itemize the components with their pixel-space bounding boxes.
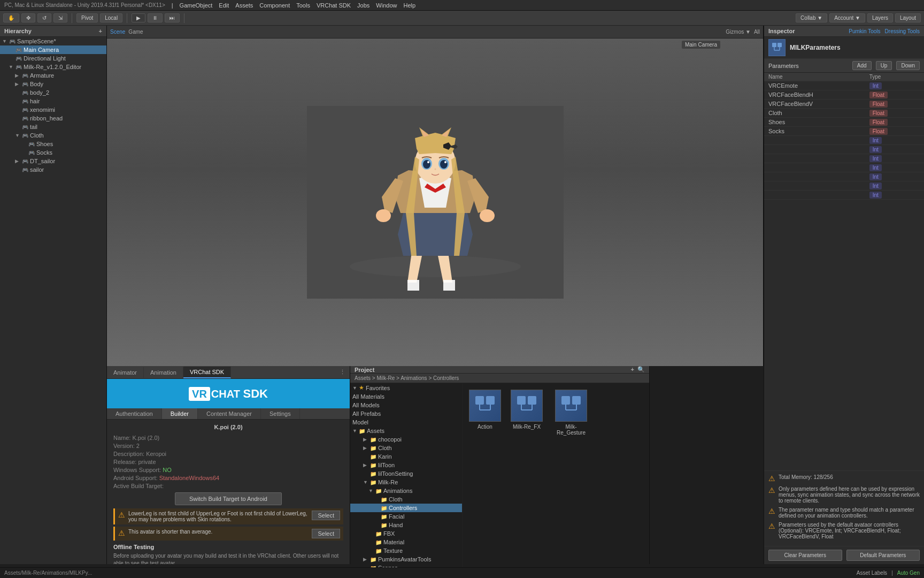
param-row-4[interactable]: Shoes Float (764, 118, 924, 127)
hierarchy-item-1[interactable]: 🎮 Main Camera (0, 45, 106, 54)
scale-tool-btn[interactable]: ⇲ (53, 13, 67, 22)
sdk-tab-auth[interactable]: Authentication (107, 408, 162, 419)
tree-item-1[interactable]: ▶ 📁 Cloth (350, 444, 462, 452)
select-btn-2[interactable]: Select (312, 529, 340, 538)
hierarchy-item-9[interactable]: 🎮 ribbon_head (0, 114, 106, 123)
account-btn[interactable]: Account ▼ (829, 13, 865, 22)
param-row-6[interactable]: Int (764, 136, 924, 145)
fav-model[interactable]: Model (350, 418, 462, 427)
tree-item-10[interactable]: 📁 Hand (350, 521, 462, 529)
hierarchy-item-13[interactable]: 🎮 Socks (0, 148, 106, 157)
tree-item-2[interactable]: 📁 Karin (350, 452, 462, 461)
hierarchy-item-0[interactable]: ▼ 🎮 SampleScene* (0, 37, 106, 45)
tree-item-12[interactable]: 📁 Material (350, 538, 462, 546)
pivot-btn[interactable]: Pivot (76, 13, 98, 22)
assets-root-item[interactable]: ▼ 📁 Assets (350, 427, 462, 435)
fav-all-models[interactable]: All Models (350, 401, 462, 409)
clear-params-btn[interactable]: Clear Parameters (768, 550, 842, 561)
tree-item-13[interactable]: 📁 Texture (350, 546, 462, 555)
tree-item-5[interactable]: ▼ 📁 Milk-Re (350, 478, 462, 486)
step-btn[interactable]: ⏭ (165, 13, 180, 22)
tree-item-9[interactable]: 📁 Facial (350, 512, 462, 521)
add-param-btn[interactable]: Add (852, 61, 872, 70)
rotate-tool-btn[interactable]: ↺ (37, 13, 51, 22)
pumkin-tools-btn[interactable]: Pumkin Tools (849, 28, 880, 34)
default-params-btn[interactable]: Default Parameters (846, 550, 920, 561)
game-label[interactable]: Game (128, 29, 143, 35)
collab-btn[interactable]: Collab ▼ (796, 13, 827, 22)
play-btn[interactable]: ▶ (132, 13, 145, 22)
tree-item-6[interactable]: ▼ 📁 Animations (350, 486, 462, 495)
hierarchy-item-5[interactable]: ▶ 🎮 Body (0, 80, 106, 88)
tree-item-8[interactable]: 📁 Controllers (350, 504, 462, 512)
tree-item-11[interactable]: 📁 FBX (350, 529, 462, 538)
hierarchy-add-icon[interactable]: + (99, 28, 102, 34)
param-row-10[interactable]: Int (764, 172, 924, 181)
pause-btn[interactable]: ⏸ (148, 13, 163, 22)
project-search-icon[interactable]: 🔍 (637, 366, 645, 373)
hierarchy-item-11[interactable]: ▼ 🎮 Cloth (0, 131, 106, 140)
asset-item-0[interactable]: Action (467, 387, 503, 438)
tree-item-7[interactable]: 📁 Cloth (350, 495, 462, 504)
fav-all-materials[interactable]: All Materials (350, 392, 462, 401)
sdk-tab-content[interactable]: Content Manager (198, 408, 261, 419)
sdk-tab-builder[interactable]: Builder (162, 408, 198, 419)
project-add-icon[interactable]: + (631, 366, 634, 373)
layers-btn[interactable]: Layers (867, 13, 893, 22)
hierarchy-item-3[interactable]: ▼ 🎮 Milk-Re_v1.2.0_Editor (0, 63, 106, 71)
local-btn[interactable]: Local (100, 13, 122, 22)
menu-jobs[interactable]: Jobs (357, 2, 369, 9)
param-row-0[interactable]: VRCEmote Int (764, 81, 924, 90)
menu-component[interactable]: Component (259, 2, 290, 9)
favorites-group[interactable]: ▼ ★ Favorites (350, 383, 462, 392)
switch-build-target-btn[interactable]: Switch Build Target to Android (175, 492, 282, 505)
menu-window[interactable]: Window (376, 2, 397, 9)
menu-assets[interactable]: Assets (235, 2, 253, 9)
tab-animation[interactable]: Animation (144, 367, 183, 378)
select-btn-1[interactable]: Select (312, 511, 340, 520)
gizmos-btn[interactable]: Gizmos ▼ (726, 29, 751, 35)
menu-gameobject[interactable]: GameObject (180, 2, 213, 9)
dressing-tools-btn[interactable]: Dressing Tools (885, 28, 920, 34)
layout-btn[interactable]: Layout (895, 13, 921, 22)
move-tool-btn[interactable]: ✥ (21, 13, 35, 22)
hierarchy-item-10[interactable]: 🎮 tail (0, 123, 106, 131)
hierarchy-item-15[interactable]: 🎮 sailor (0, 165, 106, 174)
tree-item-14[interactable]: ▶ 📁 PumkinsAvatarTools (350, 555, 462, 564)
hierarchy-item-8[interactable]: 🎮 xenomimi (0, 105, 106, 114)
param-row-9[interactable]: Int (764, 163, 924, 172)
hierarchy-item-2[interactable]: 🎮 Directional Light (0, 54, 106, 63)
hierarchy-item-14[interactable]: ▶ 🎮 DT_sailor (0, 157, 106, 165)
menu-tools[interactable]: Tools (296, 2, 310, 9)
tree-item-3[interactable]: ▶ 📁 lilToon (350, 461, 462, 469)
asset-item-1[interactable]: Milk-Re_FX (509, 387, 545, 438)
tab-animator[interactable]: Animator (107, 367, 144, 378)
menu-vrcsdk[interactable]: VRChat SDK (317, 2, 351, 9)
tree-item-4[interactable]: 📁 lilToonSetting (350, 469, 462, 478)
tree-item-0[interactable]: ▶ 📁 chocopoi (350, 435, 462, 444)
param-row-7[interactable]: Int (764, 145, 924, 154)
asset-labels-btn[interactable]: Asset Labels (857, 570, 887, 576)
param-row-2[interactable]: VRCFaceBlendV Float (764, 100, 924, 109)
menu-help[interactable]: Help (403, 2, 415, 9)
tab-options-icon[interactable]: ⋮ (335, 369, 350, 376)
param-row-12[interactable]: Int (764, 191, 924, 200)
param-row-3[interactable]: Cloth Float (764, 109, 924, 118)
param-row-11[interactable]: Int (764, 181, 924, 191)
sdk-tab-settings[interactable]: Settings (261, 408, 300, 419)
hand-tool-btn[interactable]: ✋ (3, 13, 19, 22)
fav-all-prefabs[interactable]: All Prefabs (350, 409, 462, 418)
viewport-canvas[interactable]: Main Camera (107, 39, 763, 366)
hierarchy-item-7[interactable]: 🎮 hair (0, 97, 106, 105)
hierarchy-item-12[interactable]: 🎮 Shoes (0, 140, 106, 148)
param-row-8[interactable]: Int (764, 154, 924, 163)
hierarchy-item-4[interactable]: ▶ 🎮 Armature (0, 71, 106, 80)
asset-item-2[interactable]: Milk-Re_Gesture (550, 387, 592, 438)
tab-vrcsdk[interactable]: VRChat SDK (183, 367, 231, 378)
hierarchy-item-6[interactable]: 🎮 body_2 (0, 88, 106, 97)
all-btn[interactable]: All (754, 29, 760, 35)
param-row-5[interactable]: Socks Float (764, 127, 924, 136)
param-row-1[interactable]: VRCFaceBlendH Float (764, 90, 924, 100)
up-param-btn[interactable]: Up (876, 61, 892, 70)
menu-edit[interactable]: Edit (219, 2, 229, 9)
